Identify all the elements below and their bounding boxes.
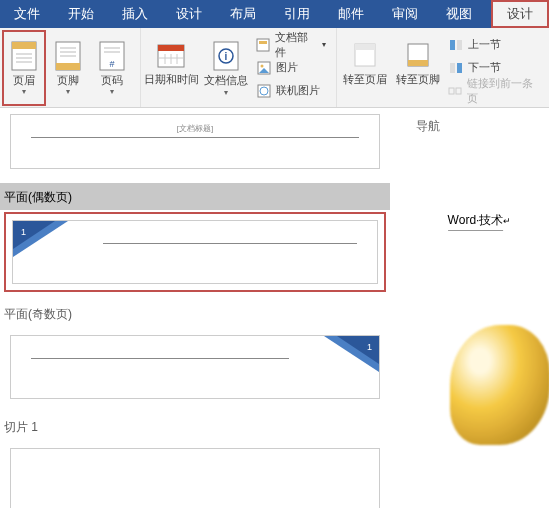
- page-number-icon: #: [98, 40, 126, 72]
- dropdown-arrow-icon: ▾: [110, 87, 114, 96]
- doc-info-button[interactable]: i 文档信息 ▾: [199, 30, 252, 106]
- online-picture-button[interactable]: 联机图片: [256, 80, 326, 102]
- doc-title: Word·技术↵: [448, 212, 512, 231]
- nav-small-buttons: 上一节 下一节 链接到前一条页: [444, 30, 543, 105]
- svg-rect-35: [457, 40, 462, 50]
- date-time-label: 日期和时间: [144, 73, 199, 97]
- gallery-item-slice1[interactable]: 1: [4, 442, 386, 508]
- date-time-button[interactable]: 日期和时间: [143, 30, 199, 106]
- goto-header-button[interactable]: 转至页眉: [339, 30, 392, 106]
- gallery-item-even[interactable]: 1: [4, 212, 386, 292]
- doc-parts-button[interactable]: 文档部件▾: [256, 34, 326, 56]
- tab-design-tools[interactable]: 设计: [491, 0, 549, 28]
- prev-icon: [448, 37, 464, 53]
- category-odd[interactable]: 平面(奇数页): [0, 300, 390, 327]
- svg-rect-37: [457, 63, 462, 73]
- group-navigation: 转至页眉 转至页脚 上一节 下一节 链接到前一条页: [337, 28, 549, 107]
- triangle-icon: [337, 336, 379, 364]
- group-header-footer: 页眉 ▾ 页脚 ▾ # 页码 ▾: [0, 28, 141, 107]
- gallery-item-top[interactable]: [文档标题]: [4, 108, 386, 175]
- nav-pane-title: 导航: [410, 108, 549, 145]
- tab-design[interactable]: 设计: [162, 0, 216, 28]
- svg-rect-1: [12, 42, 36, 49]
- tab-review[interactable]: 审阅: [378, 0, 432, 28]
- goto-footer-button[interactable]: 转至页脚: [391, 30, 444, 106]
- svg-text:i: i: [224, 51, 227, 62]
- document-preview[interactable]: Word·技术↵: [410, 145, 549, 445]
- picture-icon: [256, 60, 272, 76]
- picture-button[interactable]: 图片: [256, 57, 326, 79]
- link-icon: [448, 83, 463, 99]
- svg-point-26: [261, 64, 264, 67]
- doc-info-icon: i: [212, 40, 240, 72]
- gallery-item-odd[interactable]: 1: [4, 329, 386, 405]
- goto-header-label: 转至页眉: [343, 73, 387, 97]
- goto-header-icon: [351, 39, 379, 71]
- header-gallery: [文档标题] 平面(偶数页) 1 平面(奇数页) 1 切片 1 1: [0, 108, 549, 508]
- header-label: 页眉: [13, 74, 35, 87]
- ribbon-tabs: 文件 开始 插入 设计 布局 引用 邮件 审阅 视图 设计: [0, 0, 549, 28]
- footer-button[interactable]: 页脚 ▾: [46, 30, 90, 106]
- footer-icon: [54, 40, 82, 72]
- thumb-preview: 1: [12, 220, 378, 284]
- svg-rect-31: [355, 44, 375, 50]
- thumb-preview: 1: [10, 448, 380, 508]
- tab-home[interactable]: 开始: [54, 0, 108, 28]
- prev-section-button[interactable]: 上一节: [448, 34, 539, 56]
- thumb-preview: [文档标题]: [10, 114, 380, 169]
- dropdown-arrow-icon: ▾: [22, 87, 26, 96]
- svg-rect-36: [450, 63, 455, 73]
- goto-footer-label: 转至页脚: [396, 73, 440, 97]
- svg-rect-24: [259, 41, 267, 44]
- category-even[interactable]: 平面(偶数页): [0, 183, 390, 210]
- page-number-button[interactable]: # 页码 ▾: [90, 30, 134, 106]
- header-icon: [10, 40, 38, 72]
- ribbon: 页眉 ▾ 页脚 ▾ # 页码 ▾ 日期和时间 i: [0, 28, 549, 108]
- next-icon: [448, 60, 464, 76]
- link-previous-button[interactable]: 链接到前一条页: [448, 80, 539, 102]
- triangle-icon: [13, 221, 55, 249]
- tab-file[interactable]: 文件: [0, 0, 54, 28]
- tab-view[interactable]: 视图: [432, 0, 486, 28]
- footer-label: 页脚: [57, 74, 79, 87]
- document-area: 导航 Word·技术↵: [410, 108, 549, 445]
- svg-rect-6: [56, 63, 80, 70]
- calendar-icon: [157, 39, 185, 71]
- group-insert: 日期和时间 i 文档信息 ▾ 文档部件▾ 图片 联机图片: [141, 28, 337, 107]
- svg-text:#: #: [109, 59, 114, 69]
- category-slice1[interactable]: 切片 1: [0, 413, 390, 440]
- thumb-preview: 1: [10, 335, 380, 399]
- dropdown-arrow-icon: ▾: [224, 88, 228, 97]
- svg-rect-34: [450, 40, 455, 50]
- page-number-label: 页码: [101, 74, 123, 87]
- tab-layout[interactable]: 布局: [216, 0, 270, 28]
- svg-rect-33: [408, 60, 428, 66]
- dropdown-arrow-icon: ▾: [66, 87, 70, 96]
- insert-small-buttons: 文档部件▾ 图片 联机图片: [252, 30, 330, 105]
- artwork-icon: [450, 325, 549, 445]
- doc-parts-icon: [256, 37, 271, 53]
- online-picture-icon: [256, 83, 272, 99]
- tab-references[interactable]: 引用: [270, 0, 324, 28]
- gallery-panel[interactable]: [文档标题] 平面(偶数页) 1 平面(奇数页) 1 切片 1 1: [0, 108, 390, 508]
- svg-rect-23: [257, 39, 269, 51]
- goto-footer-icon: [404, 39, 432, 71]
- tab-insert[interactable]: 插入: [108, 0, 162, 28]
- svg-rect-39: [456, 88, 461, 94]
- svg-rect-38: [449, 88, 454, 94]
- svg-rect-15: [158, 45, 184, 51]
- tab-mailings[interactable]: 邮件: [324, 0, 378, 28]
- header-button[interactable]: 页眉 ▾: [2, 30, 46, 106]
- dropdown-arrow-icon: ▾: [322, 40, 326, 49]
